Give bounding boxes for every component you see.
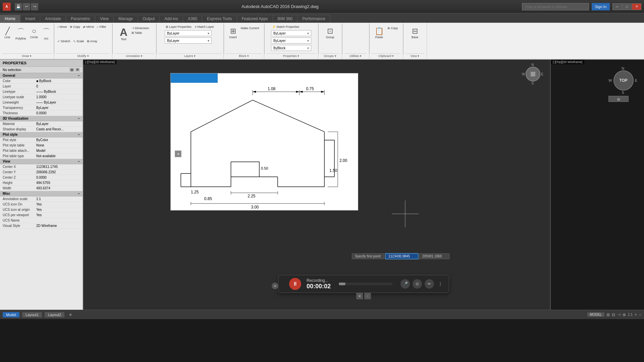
move-button[interactable]: ↕ Move — [56, 25, 68, 29]
prop-shadow: Shadow displayCasts and Recei... — [0, 127, 83, 132]
svg-marker-42 — [296, 91, 300, 93]
plot-section-header[interactable]: Plot style − — [0, 132, 83, 137]
byblock-dropdown[interactable]: ByBlock▾ — [271, 45, 311, 51]
quick-access-btn[interactable]: 💾 — [15, 3, 22, 10]
array-button[interactable]: ⊞ Array — [86, 39, 99, 43]
table-button[interactable]: ⊞ Table — [130, 31, 150, 35]
tab-view[interactable]: View — [95, 15, 114, 22]
grid-toggle[interactable]: ⊞ — [606, 312, 610, 317]
undo-btn[interactable]: ↩ — [23, 3, 30, 10]
drawing-area[interactable]: [-][Top][2D Wireframe] N W E S — [83, 60, 644, 310]
prop-settings-btn[interactable]: ⚙ — [75, 68, 80, 72]
ortho-toggle[interactable]: ⊣ — [617, 312, 621, 317]
camera-button[interactable]: ⊙ — [413, 279, 422, 289]
ribbon-group-layers: ⊞ Layer Properties ≡ Match Layer ByLayer… — [157, 23, 224, 59]
copy-button[interactable]: ⊕ Copy — [69, 25, 82, 29]
mic-icon[interactable]: 🎤 — [400, 279, 410, 289]
dimension-button[interactable]: ⊣ Dimension — [130, 26, 150, 30]
ribbon-group-block: ⊞ Insert Make Current Block ▾ — [224, 23, 264, 59]
properties-panel: PROPERTIES No selection ▤ ⚙ General − Co… — [0, 60, 83, 310]
recording-expand-button[interactable]: ⟩ — [437, 281, 443, 287]
layout1-tab[interactable]: Layout1 — [22, 312, 42, 317]
compass-right: N W TOP E S ▤ — [608, 66, 637, 102]
redo-btn[interactable]: ↪ — [31, 3, 38, 10]
prop-dropdown2[interactable]: ByLayer▾ — [271, 38, 311, 44]
svg-marker-41 — [253, 91, 256, 93]
model-status: MODEL — [587, 312, 605, 317]
viewport-right[interactable]: [-][Top][2D Wireframe] N W TOP E S ▤ — [550, 60, 644, 310]
3d-section-header[interactable]: 3D Visualization − — [0, 116, 83, 121]
coord-y-input[interactable]: 205901.1869 — [419, 253, 449, 259]
tab-manage[interactable]: Manage — [114, 15, 138, 22]
prop-center-x: Center X1123611.1745 — [0, 164, 83, 170]
prop-layer: Layer0 — [0, 84, 83, 89]
fillet-button[interactable]: ⌐ Fillet — [96, 25, 107, 29]
tab-performance[interactable]: Performance — [298, 15, 330, 22]
tab-insert[interactable]: Insert — [20, 15, 40, 22]
zoom-out-button[interactable]: − — [639, 312, 641, 317]
layout2-tab[interactable]: Layout2 — [45, 312, 64, 317]
tab-annotate[interactable]: Annotate — [40, 15, 66, 22]
prop-height: Height494.5755 — [0, 180, 83, 186]
tab-express[interactable]: Express Tools — [202, 15, 237, 22]
app-logo: A — [3, 3, 11, 11]
sign-in-button[interactable]: Sign In — [592, 3, 610, 10]
ribbon-group-modify: ↕ Move ⊕ Copy ⇌ Mirror ⌐ Fillet ⤢ Stretc… — [54, 23, 112, 59]
viewport-main[interactable]: [-][Top][2D Wireframe] N W E S — [83, 60, 550, 310]
prop-material: MaterialByLayer — [0, 121, 83, 127]
general-section-header[interactable]: General − — [0, 73, 83, 78]
polar-toggle[interactable]: ⊕ — [623, 312, 626, 317]
recording-min-button[interactable]: − — [364, 293, 371, 299]
arc-button[interactable]: ⌒ Arc — [41, 25, 52, 42]
restore-button[interactable]: □ — [622, 3, 632, 10]
pause-button[interactable]: ⏸ — [289, 278, 301, 290]
model-tab[interactable]: Model — [3, 312, 19, 317]
tab-parametric[interactable]: Parametric — [66, 15, 95, 22]
tab-featured[interactable]: Featured Apps — [237, 15, 273, 22]
group-button[interactable]: ⊡ Group — [325, 25, 336, 40]
grip-icon[interactable]: ⊕ — [175, 150, 181, 157]
text-button[interactable]: A Text — [118, 25, 129, 42]
view-section-header[interactable]: View − — [0, 159, 83, 164]
prop-dropdown1[interactable]: ByLayer▾ — [271, 30, 311, 36]
base-button[interactable]: ⊟ Base — [410, 25, 420, 40]
misc-section-header[interactable]: Misc − — [0, 191, 83, 196]
close-recording-button[interactable]: ✕ — [272, 283, 278, 289]
polyline-button[interactable]: ⌒ Polyline — [14, 25, 28, 42]
zoom-in-button[interactable]: + — [635, 312, 637, 317]
drawing-canvas[interactable]: 1.08 0.75 2.00 1.50 0.50 1.25 — [170, 73, 358, 210]
ribbon-modify-label: Modify ▾ — [56, 53, 110, 58]
line-button[interactable]: ╱ Line — [2, 25, 13, 40]
add-layout-button[interactable]: ⊕ — [67, 312, 74, 317]
prop-center-z: Center Z0.0000 — [0, 175, 83, 180]
layer-dropdown[interactable]: ByLayer ▾ — [165, 30, 212, 36]
tab-home[interactable]: Home — [0, 15, 20, 22]
layer-properties-button[interactable]: ⊞ Layer Properties — [165, 25, 193, 29]
coord-x-input[interactable]: 1123430.9845 — [385, 253, 419, 259]
compass-circle — [526, 67, 540, 81]
copy-clipboard-button[interactable]: ⊕ Copy — [386, 26, 399, 30]
circle-button[interactable]: ○ Circle — [29, 25, 40, 40]
paste-button[interactable]: 📋 Paste — [373, 25, 385, 40]
scale-button[interactable]: ⤡ Scale — [72, 39, 85, 43]
layer-color-dropdown[interactable]: ByLayer ▾ — [165, 38, 212, 44]
prop-filter-btn[interactable]: ▤ — [69, 68, 74, 72]
close-button[interactable]: ✕ — [632, 3, 641, 10]
ribbon-group-groups: ⊡ Group Groups ▾ — [319, 23, 342, 59]
recording-x-button[interactable]: ✕ — [356, 293, 363, 299]
tab-bim360[interactable]: BIM 360 — [273, 15, 298, 22]
match-layer-button[interactable]: ≡ Match Layer — [194, 25, 215, 29]
annotate-button[interactable]: ✏ — [425, 279, 434, 289]
minimize-button[interactable]: ─ — [612, 3, 622, 10]
stretch-button[interactable]: ⤢ Stretch — [56, 39, 71, 43]
match-properties-button[interactable]: ⚡ Match Properties — [271, 25, 301, 29]
insert-button[interactable]: ⊞ Insert — [228, 25, 238, 40]
tab-add-ins[interactable]: Add-ins — [160, 15, 183, 22]
make-current-button[interactable]: Make Current — [240, 26, 260, 30]
recording-time: 00:00:02 — [307, 283, 331, 290]
search-input[interactable] — [522, 3, 589, 10]
mirror-button[interactable]: ⇌ Mirror — [82, 25, 95, 29]
snap-toggle[interactable]: ⊟ — [612, 312, 615, 317]
tab-output[interactable]: Output — [138, 15, 160, 22]
tab-a360[interactable]: A360 — [183, 15, 202, 22]
